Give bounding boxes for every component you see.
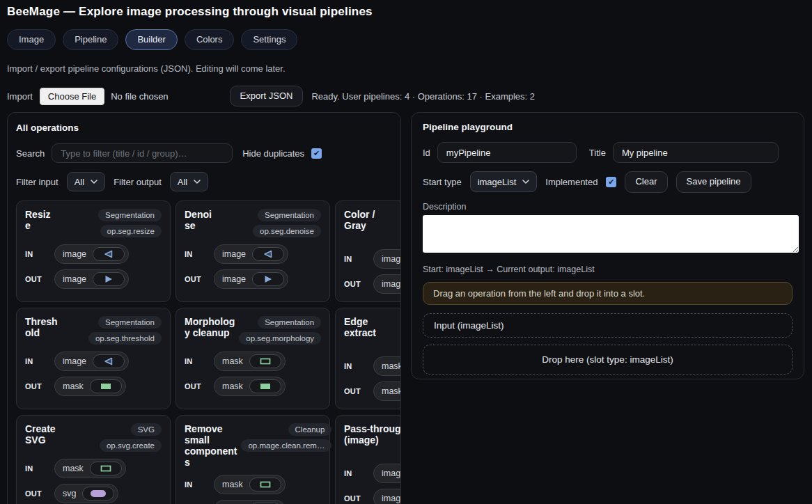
- slot-chip: [252, 272, 284, 286]
- operation-card-morphology[interactable]: Morpholog y cleanup Segmentation op.seg.…: [175, 308, 330, 409]
- start-type-row: Start type imageList Implemented ✔ Clear…: [423, 171, 793, 193]
- operation-card-remove-small-components[interactable]: Remove small component s Cleanup op.mage…: [175, 415, 330, 504]
- image-in-icon: [103, 357, 114, 365]
- image-out-icon: [263, 275, 274, 283]
- slot-chip: [93, 354, 125, 368]
- operation-card-create-svg[interactable]: Create SVG SVG op.svg.create IN mask OUT…: [16, 415, 171, 504]
- input-type-name: mask: [222, 356, 243, 366]
- mask-out-icon: [100, 382, 112, 391]
- slot-chip: [93, 247, 125, 261]
- operation-id-badge: op.svg.create: [100, 439, 162, 452]
- input-type-pill: image: [54, 244, 129, 264]
- tab-settings[interactable]: Settings: [241, 29, 297, 50]
- input-type-pill: image: [373, 464, 401, 483]
- start-type-select[interactable]: imageList: [470, 171, 538, 192]
- in-label: IN: [185, 250, 205, 258]
- drop-here-slot[interactable]: Drop here (slot type: imageList): [423, 345, 793, 375]
- operations-grid: Resiz e Segmentation op.seg.resize IN im…: [16, 200, 401, 504]
- input-type-name: mask: [222, 480, 243, 489]
- pipeline-id-input[interactable]: [437, 142, 577, 163]
- input-slot[interactable]: Input (imageList): [423, 313, 793, 338]
- out-label: OUT: [344, 387, 365, 395]
- operation-title: Color / Gray: [344, 209, 375, 242]
- out-label: OUT: [25, 489, 46, 498]
- filter-output-label: Filter output: [114, 177, 162, 187]
- import-export-row: Import Choose File No file chosen Export…: [7, 86, 812, 107]
- operation-title: Pass-through (image): [344, 423, 401, 457]
- export-json-button[interactable]: Export JSON: [230, 86, 304, 107]
- in-label: IN: [25, 464, 46, 473]
- tab-colors[interactable]: Colors: [185, 29, 235, 50]
- description-label: Description: [423, 202, 793, 212]
- tab-pipeline[interactable]: Pipeline: [63, 29, 118, 50]
- save-pipeline-button[interactable]: Save pipeline: [676, 171, 751, 193]
- operation-card-edge-extract[interactable]: Edge extract IN mask OUT mask: [335, 308, 401, 409]
- in-label: IN: [344, 469, 365, 478]
- implemented-checkbox[interactable]: ✔: [606, 177, 616, 187]
- filter-row: Filter input All Filter output All: [16, 172, 392, 191]
- playground-panel-title: Pipeline playground: [423, 122, 793, 132]
- operation-title: Morpholog y cleanup: [185, 316, 235, 345]
- output-type-name: image: [382, 279, 401, 289]
- operations-panel-title: All operations: [16, 123, 392, 133]
- filter-output-value: All: [178, 177, 187, 187]
- pipeline-title-input[interactable]: [613, 142, 779, 163]
- slot-chip: [90, 462, 122, 475]
- filter-output-select[interactable]: All: [170, 172, 208, 191]
- nav-tabs: Image Pipeline Builder Colors Settings: [7, 29, 812, 50]
- filter-input-label: Filter input: [16, 177, 58, 187]
- out-label: OUT: [25, 382, 46, 391]
- description-textarea[interactable]: [423, 215, 799, 253]
- operation-card-color-gray[interactable]: Color / Gray IN image OUT image: [335, 200, 401, 302]
- slot-chip: [252, 247, 284, 261]
- playground-panel: Pipeline playground Id Title Start type …: [411, 112, 804, 379]
- mask-in-icon: [100, 464, 112, 473]
- hide-duplicates-checkbox[interactable]: ✔: [311, 148, 322, 159]
- start-type-label: Start type: [423, 177, 462, 187]
- input-type-name: image: [63, 356, 86, 366]
- search-label: Search: [16, 148, 45, 159]
- operation-card-threshold[interactable]: Thresh old Segmentation op.seg.threshold…: [16, 308, 171, 409]
- input-type-pill: mask: [373, 356, 401, 376]
- id-label: Id: [423, 148, 430, 158]
- search-row: Search Hide duplicates ✔: [16, 143, 392, 163]
- choose-file-button[interactable]: Choose File: [40, 88, 104, 105]
- input-type-name: image: [222, 249, 246, 259]
- operation-card-resize[interactable]: Resiz e Segmentation op.seg.resize IN im…: [16, 200, 171, 302]
- output-type-pill: image: [373, 489, 401, 504]
- output-type-pill: svg: [54, 484, 118, 503]
- operation-title: Create SVG: [25, 423, 72, 452]
- operation-card-pass-through[interactable]: Pass-through (image) IN image OUT image: [335, 415, 401, 504]
- operation-badges: SVG op.svg.create: [77, 423, 162, 452]
- mask-out-icon: [259, 382, 272, 391]
- operation-badges: Segmentation op.seg.morphology: [239, 316, 321, 345]
- chevron-down-icon: [91, 180, 97, 184]
- tab-image[interactable]: Image: [7, 29, 56, 50]
- chevron-down-icon: [522, 180, 529, 184]
- operation-title: Remove small component s: [185, 423, 237, 468]
- import-label: Import: [7, 91, 33, 102]
- slot-chip: [90, 379, 122, 393]
- in-label: IN: [344, 362, 365, 370]
- operation-card-denoise[interactable]: Denoi se Segmentation op.seg.denoise IN …: [175, 200, 330, 302]
- search-input[interactable]: [52, 143, 233, 163]
- page-subtitle: Import / export pipeline configurations …: [7, 63, 812, 74]
- operation-title: Resiz e: [25, 209, 51, 237]
- hide-duplicates-label: Hide duplicates: [242, 148, 304, 159]
- input-type-name: mask: [63, 464, 84, 473]
- operation-title: Thresh old: [25, 316, 58, 345]
- mask-in-icon: [259, 480, 272, 489]
- tab-builder[interactable]: Builder: [125, 29, 177, 50]
- output-type-name: mask: [222, 381, 243, 391]
- input-type-pill: mask: [214, 352, 286, 371]
- implemented-label: Implemented: [545, 177, 598, 187]
- filter-input-select[interactable]: All: [67, 172, 105, 191]
- image-in-icon: [263, 250, 274, 258]
- slot-chip: [249, 379, 281, 393]
- clear-button[interactable]: Clear: [625, 171, 667, 193]
- operation-badges: Segmentation op.seg.resize: [61, 209, 162, 237]
- output-type-name: image: [63, 274, 86, 284]
- input-type-name: image: [382, 254, 401, 264]
- operations-panel: All operations Search Hide duplicates ✔ …: [7, 112, 401, 504]
- title-label: Title: [589, 148, 606, 158]
